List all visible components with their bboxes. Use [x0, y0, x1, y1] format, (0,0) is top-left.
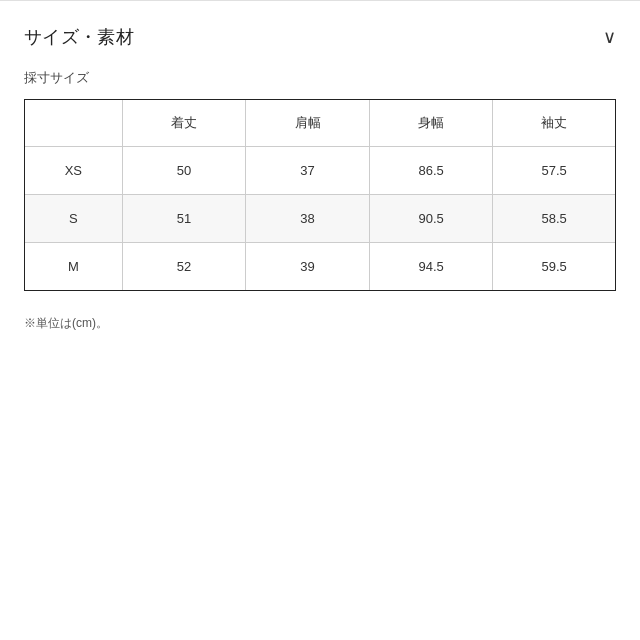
size-table: 着丈 肩幅 身幅 袖丈 XS503786.557.5S513890.558.5M… [25, 100, 615, 290]
row-cell: 39 [246, 243, 370, 291]
header-cell-kittake: 着丈 [122, 100, 246, 147]
size-table-container: 着丈 肩幅 身幅 袖丈 XS503786.557.5S513890.558.5M… [24, 99, 616, 291]
row-size-label: S [25, 195, 122, 243]
unit-note: ※単位は(cm)。 [0, 311, 640, 332]
header-cell-katahaba: 肩幅 [246, 100, 370, 147]
table-header: 着丈 肩幅 身幅 袖丈 [25, 100, 615, 147]
row-cell: 59.5 [493, 243, 615, 291]
row-cell: 86.5 [369, 147, 493, 195]
table-row: XS503786.557.5 [25, 147, 615, 195]
table-row: S513890.558.5 [25, 195, 615, 243]
header-cell-mihaba: 身幅 [369, 100, 493, 147]
table-row: M523994.559.5 [25, 243, 615, 291]
section-header: サイズ・素材 ∨ [0, 1, 640, 69]
row-cell: 94.5 [369, 243, 493, 291]
row-size-label: XS [25, 147, 122, 195]
row-cell: 57.5 [493, 147, 615, 195]
row-cell: 90.5 [369, 195, 493, 243]
header-cell-sodehaba: 袖丈 [493, 100, 615, 147]
section-title: サイズ・素材 [24, 25, 134, 49]
header-cell-size [25, 100, 122, 147]
row-cell: 38 [246, 195, 370, 243]
page-container: サイズ・素材 ∨ 採寸サイズ 着丈 肩幅 身幅 袖丈 XS503786.557.… [0, 0, 640, 640]
subsection-label: 採寸サイズ [0, 69, 640, 99]
chevron-down-icon[interactable]: ∨ [603, 26, 616, 48]
row-cell: 50 [122, 147, 246, 195]
row-cell: 58.5 [493, 195, 615, 243]
row-size-label: M [25, 243, 122, 291]
table-body: XS503786.557.5S513890.558.5M523994.559.5 [25, 147, 615, 291]
row-cell: 37 [246, 147, 370, 195]
row-cell: 52 [122, 243, 246, 291]
row-cell: 51 [122, 195, 246, 243]
